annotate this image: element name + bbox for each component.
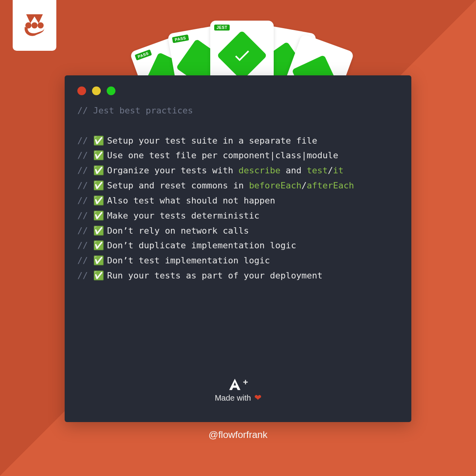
check-icon: ✅ <box>93 208 102 223</box>
practice-line: // ✅ Setup your test suite in a separate… <box>77 133 399 148</box>
pass-badge: PASS <box>134 50 152 61</box>
heart-icon: ❤ <box>254 393 261 403</box>
title-comment: // Jest best practices <box>77 103 399 118</box>
check-icon: ✅ <box>93 238 102 253</box>
practice-line: // ✅ Organize your tests with describe a… <box>77 163 399 178</box>
practice-line: // ✅ Setup and reset commons in beforeEa… <box>77 178 399 193</box>
made-with: Made with ❤ <box>215 393 261 403</box>
logo-tile <box>13 0 56 51</box>
practice-line: // ✅ Don’t test implementation logic <box>77 253 399 268</box>
practice-line: // ✅ Also test what should not happen <box>77 193 399 208</box>
code-window: // Jest best practices // ✅ Setup your t… <box>65 75 411 422</box>
zoom-dot-icon <box>107 86 115 95</box>
stage: PASS PASS JEST // Jest best practices <box>0 0 476 476</box>
pass-badge: PASS <box>172 35 189 43</box>
code-block: // Jest best practices // ✅ Setup your t… <box>65 99 411 283</box>
brand-mark: + <box>228 378 248 391</box>
check-diamond-icon <box>217 30 267 81</box>
practice-line: // ✅ Make your tests deterministic <box>77 208 399 223</box>
check-icon: ✅ <box>93 178 102 193</box>
practice-line: // ✅ Run your tests as part of your depl… <box>77 268 399 283</box>
check-icon: ✅ <box>93 133 102 148</box>
window-traffic-lights <box>65 75 411 99</box>
jest-badge: JEST <box>214 25 230 31</box>
author-handle: @flowforfrank <box>209 429 267 440</box>
a-letter-icon <box>228 378 242 391</box>
check-icon: ✅ <box>93 163 102 178</box>
check-icon: ✅ <box>93 268 102 283</box>
minimize-dot-icon <box>92 86 101 95</box>
check-icon: ✅ <box>93 193 102 208</box>
svg-point-2 <box>38 22 44 28</box>
close-dot-icon <box>77 86 86 95</box>
svg-point-1 <box>31 22 37 28</box>
practice-line: // ✅ Use one test file per component|cla… <box>77 148 399 163</box>
practice-line: // ✅ Don’t duplicate implementation logi… <box>77 238 399 253</box>
window-footer: + Made with ❤ <box>65 378 411 422</box>
check-icon: ✅ <box>93 223 102 238</box>
check-icon: ✅ <box>93 253 102 268</box>
practice-line: // ✅ Don’t rely on network calls <box>77 223 399 238</box>
check-icon: ✅ <box>93 148 102 163</box>
jest-logo-icon <box>21 12 48 39</box>
plus-icon: + <box>243 377 248 388</box>
